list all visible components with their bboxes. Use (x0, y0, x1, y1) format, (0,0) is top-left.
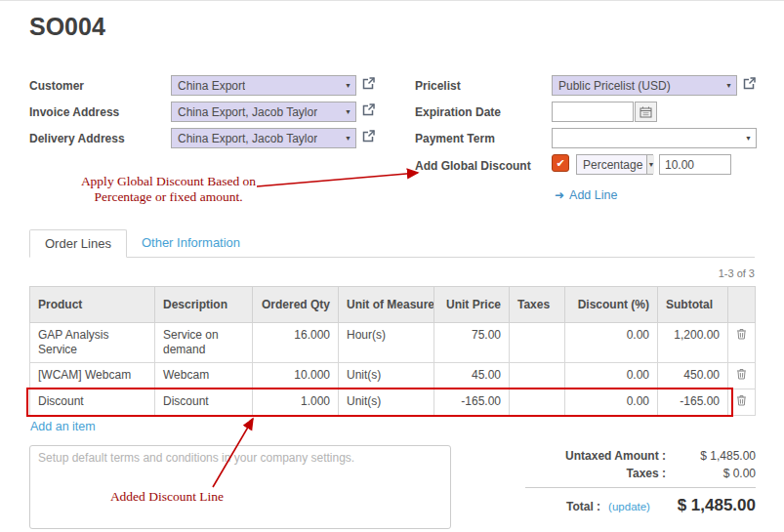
trash-icon[interactable] (728, 363, 756, 389)
trash-icon[interactable] (728, 323, 756, 363)
cell-unit-of-measure[interactable]: Hour(s) (339, 323, 434, 363)
update-link[interactable]: (update) (608, 501, 650, 512)
invoice-address-label: Invoice Address (29, 105, 119, 119)
cell-description[interactable]: Service on demand (155, 323, 253, 363)
annotation-added-discount-line: Added Discount Line (103, 489, 230, 505)
customer-external-link-icon[interactable] (361, 76, 376, 95)
pricelist-select[interactable]: Public Pricelist (USD) ▼ (552, 75, 737, 96)
arrow-right-icon: ➜ (555, 188, 564, 202)
terms-and-conditions-textarea[interactable] (29, 445, 451, 529)
page-title: SO004 (29, 13, 105, 41)
cell-product[interactable]: Discount (30, 389, 155, 416)
checkmark-icon: ✔ (556, 157, 564, 170)
invoice-address-select[interactable]: China Export, Jacob Taylor ▼ (171, 102, 356, 122)
cell-taxes[interactable] (510, 389, 565, 416)
chevron-down-icon: ▼ (345, 82, 351, 89)
cell-subtotal: 450.00 (658, 363, 728, 389)
col-unit-price: Unit Price (434, 287, 510, 323)
cell-discount[interactable]: 0.00 (565, 389, 658, 416)
pager: 1-3 of 3 (719, 267, 755, 279)
taxes-label: Taxes : (525, 467, 680, 480)
cell-product[interactable]: [WCAM] Webcam (30, 363, 155, 389)
discount-value-input[interactable] (659, 154, 731, 175)
cell-discount[interactable]: 0.00 (565, 363, 658, 389)
cell-subtotal: 1,200.00 (658, 323, 728, 363)
chevron-down-icon: ▼ (646, 155, 654, 174)
cell-ordered-qty[interactable]: 16.000 (253, 323, 339, 363)
col-ordered-qty: Ordered Qty (253, 287, 339, 323)
invoice-address-value: China Export, Jacob Taylor (178, 105, 317, 119)
tab-order-lines[interactable]: Order Lines (29, 229, 127, 258)
untaxed-amount-value: $ 1,485.00 (680, 449, 756, 463)
cell-unit-of-measure[interactable]: Unit(s) (339, 389, 434, 416)
cell-description[interactable]: Discount (155, 389, 253, 416)
global-discount-label: Add Global Discount (415, 159, 531, 173)
total-value: $ 1,485.00 (650, 496, 756, 515)
add-line-label: Add Line (569, 188, 617, 202)
table-row: GAP Analysis Service Service on demand 1… (30, 323, 756, 363)
table-row: [WCAM] Webcam Webcam 10.000 Unit(s) 45.0… (30, 363, 756, 389)
total-label: Total : (566, 500, 600, 513)
cell-ordered-qty[interactable]: 10.000 (253, 363, 339, 389)
customer-label: Customer (29, 79, 84, 93)
sale-order-form: SO004 Customer Invoice Address Delivery … (0, 0, 784, 532)
expiration-date-input[interactable] (552, 102, 634, 122)
col-unit-of-measure: Unit of Measure (339, 287, 434, 323)
table-header-row: Product Description Ordered Qty Unit of … (30, 287, 756, 323)
payment-term-label: Payment Term (415, 132, 495, 145)
taxes-value: $ 0.00 (680, 467, 756, 480)
delivery-address-label: Delivery Address (29, 132, 125, 145)
annotation-global-discount: Apply Global Discount Based on Percentag… (78, 174, 259, 205)
cell-ordered-qty[interactable]: 1.000 (253, 389, 339, 416)
col-delete (728, 287, 756, 323)
cell-description[interactable]: Webcam (155, 363, 253, 389)
order-lines-table: Product Description Ordered Qty Unit of … (29, 286, 755, 416)
cell-taxes[interactable] (510, 363, 565, 389)
cell-subtotal: -165.00 (658, 389, 728, 416)
totals-divider (525, 487, 756, 488)
chevron-down-icon: ▼ (725, 82, 732, 89)
tab-other-information[interactable]: Other Information (127, 229, 255, 258)
chevron-down-icon: ▼ (745, 135, 752, 142)
cell-discount[interactable]: 0.00 (565, 323, 658, 363)
col-product: Product (30, 287, 155, 323)
notebook-tabs: Order Lines Other Information (29, 229, 755, 258)
customer-select[interactable]: China Export ▼ (171, 75, 356, 96)
calendar-icon[interactable] (635, 102, 657, 122)
add-an-item-link[interactable]: Add an item (30, 420, 96, 433)
col-taxes: Taxes (510, 287, 565, 323)
cell-unit-price[interactable]: 75.00 (434, 323, 510, 363)
pricelist-label: Pricelist (415, 79, 461, 93)
pricelist-external-link-icon[interactable] (742, 76, 757, 95)
chevron-down-icon: ▼ (345, 135, 351, 142)
delivery-address-value: China Export, Jacob Taylor (178, 132, 317, 145)
delivery-address-external-link-icon[interactable] (361, 129, 376, 147)
payment-term-select[interactable]: ▼ (552, 128, 757, 148)
cell-unit-price[interactable]: 45.00 (434, 363, 510, 389)
col-description: Description (155, 287, 253, 323)
untaxed-amount-label: Untaxed Amount : (525, 449, 680, 463)
delivery-address-select[interactable]: China Export, Jacob Taylor ▼ (171, 128, 356, 148)
pricelist-value: Public Pricelist (USD) (558, 79, 671, 93)
discount-type-value: Percentage (577, 158, 646, 172)
global-discount-checkbox[interactable]: ✔ (552, 154, 569, 172)
customer-value: China Export (178, 79, 245, 93)
invoice-address-external-link-icon[interactable] (361, 102, 376, 121)
col-subtotal: Subtotal (658, 287, 728, 323)
col-discount: Discount (%) (565, 287, 658, 323)
cell-taxes[interactable] (510, 323, 565, 363)
add-line-button[interactable]: ➜Add Line (555, 188, 617, 202)
discount-type-select[interactable]: Percentage ▼ (576, 154, 653, 175)
cell-product[interactable]: GAP Analysis Service (30, 323, 155, 363)
trash-icon[interactable] (728, 389, 756, 416)
table-row-discount: Discount Discount 1.000 Unit(s) -165.00 … (30, 389, 756, 416)
cell-unit-of-measure[interactable]: Unit(s) (339, 363, 434, 389)
chevron-down-icon: ▼ (345, 108, 351, 115)
expiration-date-label: Expiration Date (415, 105, 501, 119)
cell-unit-price[interactable]: -165.00 (434, 389, 510, 416)
totals-panel: Untaxed Amount : $ 1,485.00 Taxes : $ 0.… (525, 449, 756, 519)
